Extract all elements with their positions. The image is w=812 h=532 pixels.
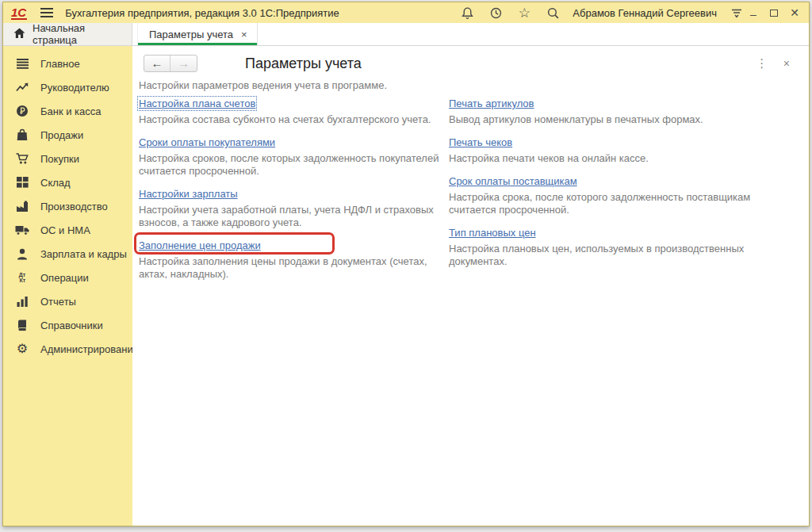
settings-column-left: Настройка плана счетов Настройка состава… — [139, 96, 449, 289]
favorites-button[interactable]: ☆ — [515, 4, 533, 21]
hamburger-icon — [40, 8, 53, 17]
page-subtitle: Настройки параметров ведения учета в про… — [139, 79, 801, 91]
search-icon — [546, 6, 560, 20]
settings-column-right: Печать артикулов Вывод артикулов номенкл… — [449, 96, 782, 289]
setting-chart-of-accounts: Настройка плана счетов Настройка состава… — [139, 96, 449, 126]
search-button[interactable] — [544, 4, 561, 21]
setting-description: Настройка сроков, после которых задолжен… — [139, 152, 449, 178]
sidebar-item-salary-hr[interactable]: Зарплата и кадры — [3, 242, 132, 266]
sidebar-item-label: Производство — [40, 201, 108, 212]
back-button[interactable]: ← — [144, 55, 170, 71]
salary-settings-link[interactable]: Настройки зарплаты — [139, 188, 238, 200]
sidebar-item-bank-cash[interactable]: Банк и касса — [3, 99, 132, 123]
ruble-circle-icon — [15, 105, 29, 117]
stacked-boxes-icon — [15, 176, 29, 189]
shopping-bag-icon — [15, 128, 29, 141]
sidebar-item-fixed-assets[interactable]: ОС и НМА — [3, 218, 132, 242]
setting-print-articles: Печать артикулов Вывод артикулов номенкл… — [449, 96, 782, 126]
truck-icon — [15, 224, 29, 236]
supplier-payment-terms-link[interactable]: Срок оплаты поставщикам — [449, 175, 577, 187]
sidebar-item-directories[interactable]: Справочники — [3, 313, 132, 337]
bar-chart-icon — [15, 295, 29, 308]
sidebar-item-label: Зарплата и кадры — [40, 248, 127, 260]
service-settings-icon — [730, 7, 743, 19]
tab-home-page[interactable]: Начальная страница — [3, 23, 132, 45]
setting-customer-payment-terms: Сроки оплаты покупателями Настройка срок… — [139, 135, 449, 178]
bell-icon — [461, 6, 474, 20]
history-button[interactable] — [487, 4, 504, 21]
sidebar-item-sales[interactable]: Продажи — [3, 123, 132, 147]
customer-payment-terms-link[interactable]: Сроки оплаты покупателями — [139, 136, 275, 148]
home-icon — [13, 28, 25, 41]
close-pane-button[interactable]: × — [783, 57, 790, 70]
person-icon — [15, 247, 29, 260]
forward-button[interactable]: → — [170, 55, 197, 71]
tab-accounting-parameters[interactable]: Параметры учета × — [137, 23, 258, 45]
more-dots-icon: ⋮ — [756, 56, 768, 71]
sales-price-fill-link[interactable]: Заполнение цен продажи — [139, 239, 261, 251]
tab-active-label: Параметры учета — [149, 29, 233, 40]
more-menu-button[interactable]: ⋮ — [753, 55, 771, 72]
close-window-button[interactable]: ✕ — [787, 4, 802, 21]
sidebar-item-reports[interactable]: Отчеты — [3, 289, 132, 313]
sidebar-item-label: Банк и касса — [40, 105, 102, 117]
back-arrow-icon: ← — [151, 55, 163, 71]
app-window: 1С Бухгалтерия предприятия, редакция 3.0… — [2, 2, 810, 526]
sidebar-item-label: Покупки — [40, 153, 79, 165]
sidebar-item-operations[interactable]: ДтКт Операции — [3, 266, 132, 289]
print-articles-link[interactable]: Печать артикулов — [449, 98, 534, 109]
setting-description: Настройка состава субконто на счетах бух… — [139, 113, 449, 126]
sidebar-item-production[interactable]: Производство — [3, 194, 132, 218]
close-icon: ✕ — [790, 6, 799, 19]
sidebar-item-label: Руководителю — [40, 82, 109, 94]
minimize-button[interactable]: – — [745, 4, 761, 21]
sidebar-item-purchases[interactable]: Покупки — [3, 147, 132, 170]
1c-logo[interactable]: 1С — [11, 6, 27, 20]
accounting-parameters-pane: ← → Параметры учета ⋮ × Настройки параме… — [132, 46, 809, 526]
star-icon: ☆ — [519, 6, 530, 20]
setting-description: Настройка срока, после которого задолжен… — [449, 191, 782, 216]
history-nav-buttons: ← → — [144, 55, 197, 72]
setting-planned-price-type: Тип плановых цен Настройка плановых цен,… — [449, 225, 782, 268]
setting-supplier-payment-terms: Срок оплаты поставщикам Настройка срока,… — [449, 174, 782, 216]
sidebar-item-manager[interactable]: Руководителю — [3, 75, 132, 99]
setting-description: Настройки учета заработной платы, учета … — [139, 204, 449, 229]
sidebar-item-label: Операции — [40, 272, 89, 284]
factory-icon — [15, 200, 29, 212]
trend-chart-icon — [15, 81, 29, 94]
tab-close-icon[interactable]: × — [241, 29, 247, 40]
title-bar: 1С Бухгалтерия предприятия, редакция 3.0… — [3, 2, 809, 23]
sidebar-item-label: Склад — [40, 177, 71, 189]
planned-price-type-link[interactable]: Тип плановых цен — [449, 227, 536, 239]
sidebar-item-warehouse[interactable]: Склад — [3, 170, 132, 194]
main-sections-icon — [15, 57, 29, 70]
sidebar-item-label: Главное — [40, 58, 80, 70]
setting-description: Настройка плановых цен, используемых в п… — [449, 243, 782, 268]
maximize-button[interactable] — [766, 4, 782, 21]
print-receipts-link[interactable]: Печать чеков — [449, 136, 512, 148]
forward-arrow-icon: → — [178, 55, 190, 71]
sidebar-item-label: Продажи — [40, 129, 83, 141]
gear-icon: ⚙ — [15, 343, 29, 355]
sidebar-item-label: Справочники — [40, 320, 103, 331]
tab-home-label: Начальная страница — [33, 22, 132, 46]
sidebar-item-label: Отчеты — [40, 296, 76, 308]
debit-credit-icon: ДтКт — [15, 271, 29, 284]
chart-of-accounts-link[interactable]: Настройка плана счетов — [139, 98, 255, 109]
sidebar-item-main[interactable]: Главное — [3, 52, 132, 75]
setting-description: Вывод артикулов номенклатуры в печатных … — [449, 113, 782, 126]
shopping-cart-icon — [15, 152, 29, 165]
notifications-button[interactable] — [458, 4, 476, 21]
setting-description: Настройка заполнения цены продажи в доку… — [139, 255, 449, 281]
sidebar-item-administration[interactable]: ⚙ Администрирование — [3, 337, 132, 361]
current-user[interactable]: Абрамов Геннадий Сергеевич — [573, 7, 717, 19]
setting-salary-settings: Настройки зарплаты Настройки учета зараб… — [139, 186, 449, 229]
service-menu-button[interactable] — [728, 4, 745, 21]
window-title: Бухгалтерия предприятия, редакция 3.0 1С… — [65, 7, 339, 19]
book-icon — [15, 319, 29, 331]
main-menu-button[interactable] — [38, 4, 56, 21]
sidebar-item-label: ОС и НМА — [40, 224, 90, 236]
setting-sales-price-fill: Заполнение цен продажи Настройка заполне… — [139, 238, 449, 281]
setting-print-receipts: Печать чеков Настройка печати чеков на о… — [449, 135, 782, 165]
minimize-icon: – — [750, 8, 756, 21]
